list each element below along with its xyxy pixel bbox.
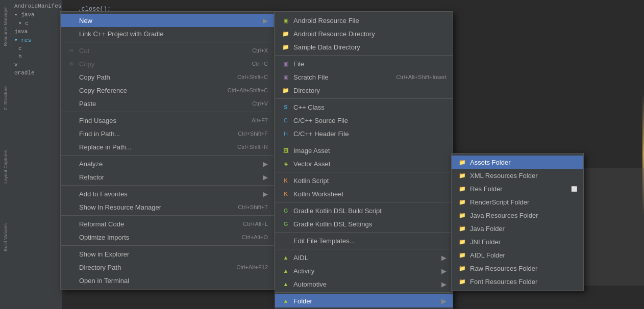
menu-item-image-asset[interactable]: 🖼 Image Asset: [275, 144, 453, 157]
menu-icon-reformat: [67, 219, 76, 228]
menu-item-show-resource-manager[interactable]: Show In Resource Manager Ctrl+Shift+T: [61, 200, 274, 214]
menu-sep-l2-8: [275, 292, 453, 293]
menu-sep-l2-2: [275, 98, 453, 99]
menu-item-cpp-source[interactable]: C C/C++ Source File: [275, 114, 453, 127]
tree-item-v[interactable]: v: [11, 61, 62, 69]
menu-icon-cpp-class: S: [281, 102, 290, 112]
menu-arrow-folder: ▶: [441, 297, 447, 305]
menu-item-activity[interactable]: ▲ Activity ▶: [275, 264, 453, 277]
menu-icon-font-resources-folder: 📁: [458, 277, 467, 286]
res-folder-icon: ⬜: [571, 186, 577, 192]
menu-item-directory[interactable]: 📁 Directory: [275, 84, 453, 97]
menu-separator-3: [61, 155, 274, 156]
menu-item-gradle-build[interactable]: G Gradle Kotlin DSL Build Script: [275, 204, 453, 217]
menu-item-folder[interactable]: ▲ Folder ▶: [275, 294, 453, 307]
menu-icon-java-folder: 📁: [458, 224, 467, 233]
menu-sep-l2-1: [275, 55, 453, 56]
menu-icon-scratch-file: ▣: [281, 72, 290, 82]
menu-icon-file: ▣: [281, 59, 290, 68]
menu-item-open-terminal[interactable]: Open in Terminal: [61, 274, 274, 287]
menu-item-copy-path[interactable]: Copy Path Ctrl+Shift+C: [61, 70, 274, 84]
menu-separator-4: [61, 185, 274, 186]
menu-icon-jni-folder: 📁: [458, 237, 467, 246]
menu-item-sample-data-dir[interactable]: 📁 Sample Data Directory: [275, 40, 453, 54]
menu-item-aidl[interactable]: ▲ AIDL ▶: [275, 251, 453, 264]
menu-icon-cpp-source: C: [281, 116, 290, 125]
menu-item-edit-templates[interactable]: Edit File Templates...: [275, 234, 453, 247]
menu-icon-optimize: [67, 233, 76, 242]
menu-item-scratch-file[interactable]: ▣ Scratch File Ctrl+Alt+Shift+Insert: [275, 70, 453, 84]
context-menu-level3: 📁 Assets Folder 📁 XML Resources Folder 📁…: [451, 153, 584, 291]
menu-item-aidl-folder[interactable]: 📁 AIDL Folder: [452, 248, 583, 262]
menu-item-reformat-code[interactable]: Reformat Code Ctrl+Alt+L: [61, 217, 274, 230]
menu-item-raw-resources-folder[interactable]: 📁 Raw Resources Folder: [452, 262, 583, 275]
menu-icon-raw-resources-folder: 📁: [458, 264, 467, 273]
tree-item-manifest[interactable]: AndroidManifest.xml: [11, 2, 62, 10]
tree-item-gradle[interactable]: Gradle: [11, 69, 62, 77]
menu-icon-show-rm: [67, 202, 76, 212]
menu-item-vector-asset[interactable]: ◈ Vector Asset: [275, 157, 453, 170]
menu-item-kotlin-script[interactable]: K Kotlin Script: [275, 174, 453, 187]
menu-item-add-to-favorites[interactable]: Add to Favorites ▶: [61, 187, 274, 200]
menu-item-java-folder[interactable]: 📁 Java Folder: [452, 222, 583, 235]
tree-item-h[interactable]: h: [11, 53, 62, 61]
menu-item-font-resources-folder[interactable]: 📁 Font Resources Folder: [452, 275, 583, 288]
menu-separator-6: [61, 245, 274, 246]
tree-item-c[interactable]: ▾ c: [11, 19, 62, 28]
menu-icon-replace-in-path: [67, 142, 76, 151]
menu-icon-add-favorites: [67, 189, 76, 198]
menu-icon-kotlin-worksheet: K: [281, 189, 290, 198]
menu-item-refactor[interactable]: Refactor ▶: [61, 170, 274, 184]
menu-item-optimize-imports[interactable]: Optimize Imports Ctrl+Alt+O: [61, 230, 274, 244]
menu-item-find-usages[interactable]: Find Usages Alt+F7: [61, 114, 274, 127]
menu-icon-open-terminal: [67, 276, 76, 285]
menu-item-xml-resources-folder[interactable]: 📁 XML Resources Folder: [452, 169, 583, 182]
menu-item-replace-in-path[interactable]: Replace in Path... Ctrl+Shift+R: [61, 140, 274, 153]
menu-item-copy-reference[interactable]: Copy Reference Ctrl+Alt+Shift+C: [61, 84, 274, 97]
context-menu-level2: ▣ Android Resource File 📁 Android Resour…: [275, 11, 453, 309]
menu-item-find-in-path[interactable]: Find in Path... Ctrl+Shift+F: [61, 127, 274, 140]
menu-item-res-folder[interactable]: 📁 Res Folder ⬜: [452, 182, 583, 195]
menu-icon-folder: ▲: [281, 296, 290, 305]
menu-item-copy: ⎘ Copy Ctrl+C: [61, 57, 274, 70]
menu-item-assets-folder[interactable]: 📁 Assets Folder: [452, 156, 583, 169]
menu-item-new[interactable]: New ▶: [61, 14, 274, 27]
menu-sep-l2-5: [275, 202, 453, 202]
menu-icon-gradle-settings: G: [281, 219, 290, 228]
menu-item-paste[interactable]: Paste Ctrl+V: [61, 97, 274, 110]
menu-icon-sample-data: 📁: [281, 42, 290, 52]
menu-icon-vector-asset: ◈: [281, 159, 290, 168]
menu-item-android-resource-file[interactable]: ▣ Android Resource File: [275, 14, 453, 27]
menu-item-file[interactable]: ▣ File: [275, 57, 453, 70]
menu-icon-assets-folder: 📁: [458, 158, 467, 167]
menu-item-kotlin-worksheet[interactable]: K Kotlin Worksheet: [275, 187, 453, 200]
tree-item-c2[interactable]: c: [11, 44, 62, 53]
menu-item-cpp-header[interactable]: H C/C++ Header File: [275, 127, 453, 140]
sidebar-label-layout: Layout Captures: [2, 148, 9, 186]
menu-icon-res-folder: 📁: [458, 184, 467, 193]
menu-item-link-cpp[interactable]: Link C++ Project with Gradle: [61, 27, 274, 40]
menu-item-automotive[interactable]: ▲ Automotive ▶: [275, 277, 453, 291]
tree-item-res[interactable]: ▾ res: [11, 36, 62, 44]
menu-item-java-resources-folder[interactable]: 📁 Java Resources Folder: [452, 209, 583, 222]
menu-icon-analyze: [67, 159, 76, 168]
menu-item-show-explorer[interactable]: Show in Explorer: [61, 247, 274, 261]
menu-icon-gradle-build: G: [281, 206, 290, 215]
menu-sep-l2-4: [275, 172, 453, 172]
menu-item-cut: ✂ Cut Ctrl+X: [61, 44, 274, 57]
menu-item-gradle-settings[interactable]: G Gradle Kotlin DSL Settings: [275, 217, 453, 230]
menu-icon-aidl-folder: 📁: [458, 250, 467, 260]
tree-item-java[interactable]: ▾ java: [11, 10, 62, 19]
context-menu-level1: New ▶ Link C++ Project with Gradle ✂ Cut…: [60, 11, 275, 290]
menu-icon-new: [67, 16, 76, 25]
menu-item-jni-folder[interactable]: 📁 JNI Folder: [452, 235, 583, 248]
menu-item-android-resource-dir[interactable]: 📁 Android Resource Directory: [275, 27, 453, 40]
tree-item-java2[interactable]: java: [11, 28, 62, 36]
menu-item-cpp-class[interactable]: S C++ Class: [275, 100, 453, 114]
menu-item-renderscript-folder[interactable]: 📁 RenderScript Folder: [452, 195, 583, 209]
menu-item-directory-path[interactable]: Directory Path Ctrl+Alt+F12: [61, 261, 274, 274]
menu-icon-edit-templates: [281, 236, 290, 245]
menu-icon-refactor: [67, 172, 76, 182]
menu-item-analyze[interactable]: Analyze ▶: [61, 157, 274, 170]
menu-arrow-automotive: ▶: [441, 280, 447, 288]
